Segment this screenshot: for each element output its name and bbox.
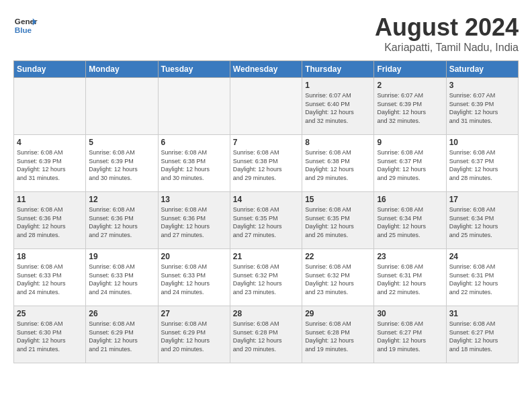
day-detail: Sunrise: 6:07 AM Sunset: 6:39 PM Dayligh… xyxy=(449,91,515,125)
weekday-header-friday: Friday xyxy=(374,61,446,78)
calendar-cell: 16Sunrise: 6:08 AM Sunset: 6:34 PM Dayli… xyxy=(374,192,446,249)
day-detail: Sunrise: 6:08 AM Sunset: 6:39 PM Dayligh… xyxy=(89,148,154,182)
calendar-cell: 24Sunrise: 6:08 AM Sunset: 6:31 PM Dayli… xyxy=(446,249,518,306)
month-title: August 2024 xyxy=(375,13,519,42)
day-number: 10 xyxy=(449,138,515,147)
day-detail: Sunrise: 6:08 AM Sunset: 6:33 PM Dayligh… xyxy=(17,263,83,296)
day-detail: Sunrise: 6:08 AM Sunset: 6:31 PM Dayligh… xyxy=(377,263,443,296)
day-detail: Sunrise: 6:08 AM Sunset: 6:27 PM Dayligh… xyxy=(449,320,515,353)
day-detail: Sunrise: 6:08 AM Sunset: 6:32 PM Dayligh… xyxy=(233,263,299,296)
day-detail: Sunrise: 6:08 AM Sunset: 6:32 PM Dayligh… xyxy=(305,263,371,296)
weekday-header-wednesday: Wednesday xyxy=(230,61,302,78)
day-detail: Sunrise: 6:08 AM Sunset: 6:38 PM Dayligh… xyxy=(305,148,371,182)
day-number: 28 xyxy=(233,309,299,318)
weekday-header-tuesday: Tuesday xyxy=(158,61,230,78)
weekday-header-monday: Monday xyxy=(86,61,158,78)
day-number: 25 xyxy=(17,309,83,318)
calendar-cell: 23Sunrise: 6:08 AM Sunset: 6:31 PM Dayli… xyxy=(374,249,446,306)
day-number: 12 xyxy=(89,195,154,204)
day-detail: Sunrise: 6:08 AM Sunset: 6:33 PM Dayligh… xyxy=(89,263,154,296)
day-number: 15 xyxy=(305,195,371,204)
day-number: 22 xyxy=(305,252,371,261)
day-detail: Sunrise: 6:08 AM Sunset: 6:35 PM Dayligh… xyxy=(305,205,371,239)
calendar-table: SundayMondayTuesdayWednesdayThursdayFrid… xyxy=(13,60,519,363)
calendar-cell: 22Sunrise: 6:08 AM Sunset: 6:32 PM Dayli… xyxy=(302,249,374,306)
calendar-cell: 31Sunrise: 6:08 AM Sunset: 6:27 PM Dayli… xyxy=(446,306,518,363)
calendar-cell: 10Sunrise: 6:08 AM Sunset: 6:37 PM Dayli… xyxy=(446,135,518,192)
calendar-cell: 8Sunrise: 6:08 AM Sunset: 6:38 PM Daylig… xyxy=(302,135,374,192)
calendar-cell: 12Sunrise: 6:08 AM Sunset: 6:36 PM Dayli… xyxy=(86,192,158,249)
day-number: 29 xyxy=(305,309,371,318)
calendar-cell: 1Sunrise: 6:07 AM Sunset: 6:40 PM Daylig… xyxy=(302,78,374,135)
day-number: 20 xyxy=(161,252,227,261)
day-detail: Sunrise: 6:08 AM Sunset: 6:36 PM Dayligh… xyxy=(89,205,154,239)
calendar-cell: 6Sunrise: 6:08 AM Sunset: 6:38 PM Daylig… xyxy=(158,135,230,192)
calendar-cell: 20Sunrise: 6:08 AM Sunset: 6:33 PM Dayli… xyxy=(158,249,230,306)
calendar-cell: 3Sunrise: 6:07 AM Sunset: 6:39 PM Daylig… xyxy=(446,78,518,135)
day-number: 13 xyxy=(161,195,227,204)
day-detail: Sunrise: 6:08 AM Sunset: 6:36 PM Dayligh… xyxy=(161,205,227,239)
day-detail: Sunrise: 6:07 AM Sunset: 6:40 PM Dayligh… xyxy=(305,91,371,125)
calendar-cell: 25Sunrise: 6:08 AM Sunset: 6:30 PM Dayli… xyxy=(14,306,86,363)
day-detail: Sunrise: 6:08 AM Sunset: 6:31 PM Dayligh… xyxy=(449,263,515,296)
day-number: 16 xyxy=(377,195,443,204)
day-number: 7 xyxy=(233,138,299,147)
calendar-cell: 7Sunrise: 6:08 AM Sunset: 6:38 PM Daylig… xyxy=(230,135,302,192)
day-number: 30 xyxy=(377,309,443,318)
day-number: 4 xyxy=(17,138,83,147)
day-number: 27 xyxy=(161,309,227,318)
calendar-cell: 15Sunrise: 6:08 AM Sunset: 6:35 PM Dayli… xyxy=(302,192,374,249)
page-header: General Blue August 2024 Kariapatti, Tam… xyxy=(13,13,519,54)
day-detail: Sunrise: 6:07 AM Sunset: 6:39 PM Dayligh… xyxy=(377,91,443,125)
calendar-cell: 26Sunrise: 6:08 AM Sunset: 6:29 PM Dayli… xyxy=(86,306,158,363)
calendar-cell xyxy=(230,78,302,135)
title-area: August 2024 Kariapatti, Tamil Nadu, Indi… xyxy=(375,13,519,54)
day-number: 26 xyxy=(89,309,154,318)
calendar-cell: 18Sunrise: 6:08 AM Sunset: 6:33 PM Dayli… xyxy=(14,249,86,306)
day-detail: Sunrise: 6:08 AM Sunset: 6:27 PM Dayligh… xyxy=(377,320,443,353)
day-number: 21 xyxy=(233,252,299,261)
day-detail: Sunrise: 6:08 AM Sunset: 6:37 PM Dayligh… xyxy=(377,148,443,182)
day-detail: Sunrise: 6:08 AM Sunset: 6:33 PM Dayligh… xyxy=(161,263,227,296)
day-detail: Sunrise: 6:08 AM Sunset: 6:30 PM Dayligh… xyxy=(17,320,83,353)
calendar-cell xyxy=(14,78,86,135)
day-number: 31 xyxy=(449,309,515,318)
calendar-cell: 21Sunrise: 6:08 AM Sunset: 6:32 PM Dayli… xyxy=(230,249,302,306)
day-number: 19 xyxy=(89,252,154,261)
day-number: 11 xyxy=(17,195,83,204)
day-number: 1 xyxy=(305,81,371,90)
weekday-header-sunday: Sunday xyxy=(14,61,86,78)
calendar-cell xyxy=(158,78,230,135)
day-detail: Sunrise: 6:08 AM Sunset: 6:38 PM Dayligh… xyxy=(161,148,227,182)
location-title: Kariapatti, Tamil Nadu, India xyxy=(375,42,519,54)
calendar-cell: 5Sunrise: 6:08 AM Sunset: 6:39 PM Daylig… xyxy=(86,135,158,192)
day-detail: Sunrise: 6:08 AM Sunset: 6:37 PM Dayligh… xyxy=(449,148,515,182)
day-number: 23 xyxy=(377,252,443,261)
calendar-cell: 17Sunrise: 6:08 AM Sunset: 6:34 PM Dayli… xyxy=(446,192,518,249)
weekday-header-saturday: Saturday xyxy=(446,61,518,78)
svg-text:Blue: Blue xyxy=(15,26,32,34)
calendar-cell xyxy=(86,78,158,135)
day-number: 18 xyxy=(17,252,83,261)
day-detail: Sunrise: 6:08 AM Sunset: 6:29 PM Dayligh… xyxy=(89,320,154,353)
day-detail: Sunrise: 6:08 AM Sunset: 6:35 PM Dayligh… xyxy=(233,205,299,239)
day-detail: Sunrise: 6:08 AM Sunset: 6:38 PM Dayligh… xyxy=(233,148,299,182)
day-number: 5 xyxy=(89,138,154,147)
calendar-cell: 9Sunrise: 6:08 AM Sunset: 6:37 PM Daylig… xyxy=(374,135,446,192)
day-number: 14 xyxy=(233,195,299,204)
calendar-cell: 29Sunrise: 6:08 AM Sunset: 6:28 PM Dayli… xyxy=(302,306,374,363)
day-detail: Sunrise: 6:08 AM Sunset: 6:28 PM Dayligh… xyxy=(233,320,299,353)
day-number: 3 xyxy=(449,81,515,90)
calendar-cell: 4Sunrise: 6:08 AM Sunset: 6:39 PM Daylig… xyxy=(14,135,86,192)
calendar-cell: 30Sunrise: 6:08 AM Sunset: 6:27 PM Dayli… xyxy=(374,306,446,363)
day-number: 17 xyxy=(449,195,515,204)
weekday-header-thursday: Thursday xyxy=(302,61,374,78)
logo: General Blue xyxy=(13,13,40,38)
day-detail: Sunrise: 6:08 AM Sunset: 6:36 PM Dayligh… xyxy=(17,205,83,239)
calendar-cell: 28Sunrise: 6:08 AM Sunset: 6:28 PM Dayli… xyxy=(230,306,302,363)
calendar-cell: 11Sunrise: 6:08 AM Sunset: 6:36 PM Dayli… xyxy=(14,192,86,249)
day-detail: Sunrise: 6:08 AM Sunset: 6:39 PM Dayligh… xyxy=(17,148,83,182)
day-detail: Sunrise: 6:08 AM Sunset: 6:28 PM Dayligh… xyxy=(305,320,371,353)
day-number: 9 xyxy=(377,138,443,147)
calendar-cell: 19Sunrise: 6:08 AM Sunset: 6:33 PM Dayli… xyxy=(86,249,158,306)
